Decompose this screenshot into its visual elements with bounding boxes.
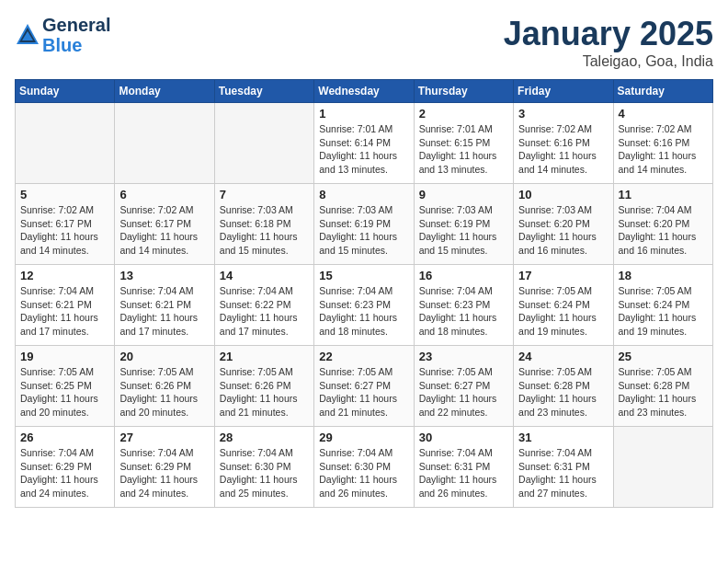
cell-info: Sunrise: 7:02 AMSunset: 6:16 PMDaylight:… bbox=[518, 122, 608, 177]
calendar-cell: 8Sunrise: 7:03 AMSunset: 6:19 PMDaylight… bbox=[314, 184, 414, 265]
calendar-cell: 23Sunrise: 7:05 AMSunset: 6:27 PMDayligh… bbox=[414, 346, 513, 427]
day-number: 29 bbox=[319, 431, 408, 444]
calendar-cell: 14Sunrise: 7:04 AMSunset: 6:22 PMDayligh… bbox=[214, 265, 313, 346]
cell-info: Sunrise: 7:05 AMSunset: 6:27 PMDaylight:… bbox=[319, 365, 408, 419]
cell-info: Sunrise: 7:02 AMSunset: 6:17 PMDaylight:… bbox=[119, 203, 209, 258]
day-number: 8 bbox=[319, 188, 408, 201]
day-number: 13 bbox=[119, 269, 209, 282]
day-number: 28 bbox=[220, 431, 309, 444]
calendar-table: SundayMondayTuesdayWednesdayThursdayFrid… bbox=[15, 79, 713, 508]
location: Taleigao, Goa, India bbox=[504, 53, 713, 70]
calendar-cell bbox=[16, 103, 115, 184]
calendar-cell: 7Sunrise: 7:03 AMSunset: 6:18 PMDaylight… bbox=[214, 184, 313, 265]
calendar-cell: 6Sunrise: 7:02 AMSunset: 6:17 PMDaylight… bbox=[115, 184, 214, 265]
day-number: 1 bbox=[319, 107, 408, 121]
calendar-cell: 31Sunrise: 7:04 AMSunset: 6:31 PMDayligh… bbox=[514, 427, 613, 508]
day-number: 25 bbox=[619, 350, 708, 363]
cell-info: Sunrise: 7:04 AMSunset: 6:29 PMDaylight:… bbox=[20, 446, 109, 500]
cell-info: Sunrise: 7:05 AMSunset: 6:24 PMDaylight:… bbox=[619, 284, 708, 339]
cell-info: Sunrise: 7:03 AMSunset: 6:19 PMDaylight:… bbox=[419, 203, 508, 258]
cell-info: Sunrise: 7:04 AMSunset: 6:30 PMDaylight:… bbox=[319, 446, 408, 500]
cell-info: Sunrise: 7:03 AMSunset: 6:18 PMDaylight:… bbox=[220, 203, 309, 258]
calendar-cell: 4Sunrise: 7:02 AMSunset: 6:16 PMDaylight… bbox=[613, 103, 712, 184]
calendar-cell: 29Sunrise: 7:04 AMSunset: 6:30 PMDayligh… bbox=[314, 427, 414, 508]
calendar-cell: 16Sunrise: 7:04 AMSunset: 6:23 PMDayligh… bbox=[414, 265, 513, 346]
page-header: General Blue January 2025 Taleigao, Goa,… bbox=[15, 15, 713, 70]
calendar-cell: 3Sunrise: 7:02 AMSunset: 6:16 PMDaylight… bbox=[514, 103, 613, 184]
calendar-cell bbox=[115, 103, 214, 184]
logo: General Blue bbox=[15, 15, 110, 55]
calendar-cell: 15Sunrise: 7:04 AMSunset: 6:23 PMDayligh… bbox=[314, 265, 414, 346]
calendar-cell: 13Sunrise: 7:04 AMSunset: 6:21 PMDayligh… bbox=[115, 265, 214, 346]
day-number: 15 bbox=[319, 269, 408, 282]
calendar-cell: 20Sunrise: 7:05 AMSunset: 6:26 PMDayligh… bbox=[115, 346, 214, 427]
weekday-header: Friday bbox=[514, 80, 613, 103]
day-number: 27 bbox=[119, 431, 209, 444]
calendar-cell: 26Sunrise: 7:04 AMSunset: 6:29 PMDayligh… bbox=[16, 427, 115, 508]
day-number: 9 bbox=[419, 188, 508, 201]
day-number: 6 bbox=[119, 188, 209, 201]
day-number: 11 bbox=[619, 188, 708, 201]
month-title: January 2025 bbox=[504, 15, 713, 53]
cell-info: Sunrise: 7:02 AMSunset: 6:16 PMDaylight:… bbox=[619, 122, 708, 177]
calendar-cell: 19Sunrise: 7:05 AMSunset: 6:25 PMDayligh… bbox=[16, 346, 115, 427]
day-number: 2 bbox=[419, 107, 508, 121]
cell-info: Sunrise: 7:04 AMSunset: 6:22 PMDaylight:… bbox=[220, 284, 309, 339]
day-number: 14 bbox=[220, 269, 309, 282]
cell-info: Sunrise: 7:01 AMSunset: 6:15 PMDaylight:… bbox=[419, 122, 508, 177]
cell-info: Sunrise: 7:04 AMSunset: 6:20 PMDaylight:… bbox=[619, 203, 708, 258]
cell-info: Sunrise: 7:04 AMSunset: 6:21 PMDaylight:… bbox=[20, 284, 109, 339]
calendar-cell: 25Sunrise: 7:05 AMSunset: 6:28 PMDayligh… bbox=[613, 346, 712, 427]
day-number: 22 bbox=[319, 350, 408, 363]
day-number: 18 bbox=[619, 269, 708, 282]
cell-info: Sunrise: 7:05 AMSunset: 6:26 PMDaylight:… bbox=[119, 365, 209, 419]
cell-info: Sunrise: 7:04 AMSunset: 6:31 PMDaylight:… bbox=[518, 446, 608, 500]
cell-info: Sunrise: 7:05 AMSunset: 6:25 PMDaylight:… bbox=[20, 365, 109, 419]
calendar-cell: 24Sunrise: 7:05 AMSunset: 6:28 PMDayligh… bbox=[514, 346, 613, 427]
cell-info: Sunrise: 7:05 AMSunset: 6:28 PMDaylight:… bbox=[619, 365, 708, 419]
day-number: 7 bbox=[220, 188, 309, 201]
calendar-cell bbox=[214, 103, 313, 184]
weekday-header: Tuesday bbox=[214, 80, 313, 103]
calendar-cell: 17Sunrise: 7:05 AMSunset: 6:24 PMDayligh… bbox=[514, 265, 613, 346]
day-number: 20 bbox=[119, 350, 209, 363]
cell-info: Sunrise: 7:05 AMSunset: 6:28 PMDaylight:… bbox=[518, 365, 608, 419]
calendar-cell bbox=[613, 427, 712, 508]
cell-info: Sunrise: 7:04 AMSunset: 6:23 PMDaylight:… bbox=[419, 284, 508, 339]
calendar-cell: 21Sunrise: 7:05 AMSunset: 6:26 PMDayligh… bbox=[214, 346, 313, 427]
cell-info: Sunrise: 7:03 AMSunset: 6:19 PMDaylight:… bbox=[319, 203, 408, 258]
cell-info: Sunrise: 7:05 AMSunset: 6:27 PMDaylight:… bbox=[419, 365, 508, 419]
day-number: 17 bbox=[518, 269, 608, 282]
cell-info: Sunrise: 7:02 AMSunset: 6:17 PMDaylight:… bbox=[20, 203, 109, 258]
day-number: 31 bbox=[518, 431, 608, 444]
calendar-cell: 2Sunrise: 7:01 AMSunset: 6:15 PMDaylight… bbox=[414, 103, 513, 184]
day-number: 4 bbox=[619, 107, 708, 121]
day-number: 30 bbox=[419, 431, 508, 444]
day-number: 5 bbox=[20, 188, 109, 201]
weekday-header: Monday bbox=[115, 80, 214, 103]
calendar-cell: 12Sunrise: 7:04 AMSunset: 6:21 PMDayligh… bbox=[16, 265, 115, 346]
day-number: 19 bbox=[20, 350, 109, 363]
calendar-cell: 28Sunrise: 7:04 AMSunset: 6:30 PMDayligh… bbox=[214, 427, 313, 508]
weekday-header: Saturday bbox=[613, 80, 712, 103]
calendar-cell: 1Sunrise: 7:01 AMSunset: 6:14 PMDaylight… bbox=[314, 103, 414, 184]
weekday-header: Wednesday bbox=[314, 80, 414, 103]
day-number: 21 bbox=[220, 350, 309, 363]
day-number: 16 bbox=[419, 269, 508, 282]
calendar-cell: 11Sunrise: 7:04 AMSunset: 6:20 PMDayligh… bbox=[613, 184, 712, 265]
cell-info: Sunrise: 7:04 AMSunset: 6:31 PMDaylight:… bbox=[419, 446, 508, 500]
cell-info: Sunrise: 7:04 AMSunset: 6:21 PMDaylight:… bbox=[119, 284, 209, 339]
title-block: January 2025 Taleigao, Goa, India bbox=[504, 15, 713, 70]
day-number: 24 bbox=[518, 350, 608, 363]
cell-info: Sunrise: 7:05 AMSunset: 6:26 PMDaylight:… bbox=[220, 365, 309, 419]
calendar-cell: 9Sunrise: 7:03 AMSunset: 6:19 PMDaylight… bbox=[414, 184, 513, 265]
cell-info: Sunrise: 7:03 AMSunset: 6:20 PMDaylight:… bbox=[518, 203, 608, 258]
day-number: 26 bbox=[20, 431, 109, 444]
cell-info: Sunrise: 7:05 AMSunset: 6:24 PMDaylight:… bbox=[518, 284, 608, 339]
calendar-cell: 27Sunrise: 7:04 AMSunset: 6:29 PMDayligh… bbox=[115, 427, 214, 508]
day-number: 10 bbox=[518, 188, 608, 201]
cell-info: Sunrise: 7:04 AMSunset: 6:29 PMDaylight:… bbox=[119, 446, 209, 500]
day-number: 12 bbox=[20, 269, 109, 282]
cell-info: Sunrise: 7:01 AMSunset: 6:14 PMDaylight:… bbox=[319, 122, 408, 177]
calendar-cell: 10Sunrise: 7:03 AMSunset: 6:20 PMDayligh… bbox=[514, 184, 613, 265]
